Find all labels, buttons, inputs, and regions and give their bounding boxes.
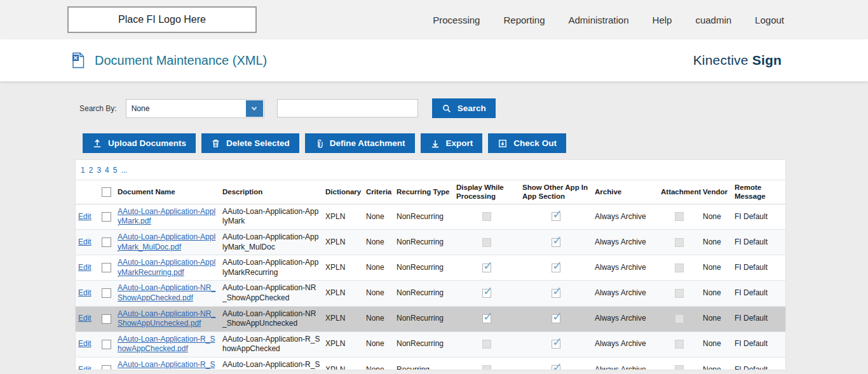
attachment-checkbox-unchecked[interactable] <box>675 264 684 272</box>
attachment-checkbox-unchecked[interactable] <box>675 314 684 323</box>
pagination-page[interactable]: 2 <box>89 166 93 175</box>
display-while-processing-checkbox-unchecked[interactable] <box>482 340 491 349</box>
pagination-page[interactable]: 1 <box>81 166 85 175</box>
select-all-checkbox[interactable] <box>102 187 111 197</box>
show-other-app-checkbox-checked[interactable] <box>552 238 560 247</box>
display-while-processing-checkbox-checked[interactable] <box>482 264 491 272</box>
header-criteria: Criteria <box>363 180 394 204</box>
nav-logout[interactable]: Logout <box>755 15 784 25</box>
nav-reporting[interactable]: Reporting <box>503 15 545 25</box>
attachment-cell <box>658 255 700 280</box>
remote-message-cell: FI Default <box>732 255 780 280</box>
row-checkbox[interactable] <box>102 212 111 222</box>
pagination-page[interactable]: ... <box>121 166 127 175</box>
define-attachment-label: Define Attachment <box>330 138 405 148</box>
archive-cell: Always Archive <box>592 332 658 357</box>
remote-message-cell: FI Default <box>732 230 780 255</box>
document-link[interactable]: AAuto-Loan-Application-R_ShowAppUnchecke… <box>118 360 217 370</box>
archive-cell: Always Archive <box>592 255 658 280</box>
edit-link[interactable]: Edit <box>78 339 92 349</box>
display-while-processing-checkbox-unchecked[interactable] <box>482 365 491 370</box>
recurring-type-cell: NonRecurring <box>394 255 454 280</box>
nav-administration[interactable]: Administration <box>569 15 629 25</box>
search-button-label: Search <box>458 104 486 113</box>
attachment-checkbox-unchecked[interactable] <box>675 212 684 221</box>
attachment-checkbox-unchecked[interactable] <box>675 289 684 298</box>
table-row: EditAAuto-Loan-Application-ApplyMark.pdf… <box>76 204 785 230</box>
attachment-cell <box>658 307 700 331</box>
description-cell: AAuto-Loan-Application-ApplyMark_MulDoc <box>220 230 323 255</box>
document-link[interactable]: AAuto-Loan-Application-ApplyMark_MulDoc.… <box>118 232 217 252</box>
show-other-app-checkbox-checked[interactable] <box>552 340 560 349</box>
page-header: Document Maintenance (XML) Kinective Sig… <box>0 39 868 81</box>
row-checkbox[interactable] <box>102 263 111 272</box>
pagination-page[interactable]: 4 <box>105 166 109 175</box>
edit-link[interactable]: Edit <box>78 212 92 222</box>
display-while-processing-cell <box>454 332 520 357</box>
nav-processing[interactable]: Processing <box>433 15 480 25</box>
fi-logo-text: Place FI Logo Here <box>118 14 206 25</box>
attachment-checkbox-unchecked[interactable] <box>675 238 684 247</box>
edit-link[interactable]: Edit <box>78 288 92 298</box>
show-other-app-cell <box>520 357 592 370</box>
edit-link[interactable]: Edit <box>78 237 92 248</box>
display-while-processing-checkbox-checked[interactable] <box>482 289 491 298</box>
search-by-label: Search By: <box>79 104 117 113</box>
upload-documents-button[interactable]: Upload Documents <box>83 133 196 153</box>
row-checkbox[interactable] <box>102 314 111 324</box>
display-while-processing-checkbox-checked[interactable] <box>482 314 491 323</box>
display-while-processing-checkbox-unchecked[interactable] <box>482 212 491 221</box>
row-checkbox[interactable] <box>102 288 111 298</box>
edit-link[interactable]: Edit <box>78 263 92 273</box>
upload-documents-label: Upload Documents <box>108 138 186 148</box>
show-other-app-checkbox-checked[interactable] <box>552 264 560 272</box>
vendor-cell: None <box>700 281 732 305</box>
nav-help[interactable]: Help <box>653 15 672 25</box>
archive-cell: Always Archive <box>592 281 658 305</box>
document-link[interactable]: AAuto-Loan-Application-ApplyMarkRecurrin… <box>118 258 217 277</box>
export-button[interactable]: Export <box>421 133 483 153</box>
remote-message-cell: FI Default <box>732 307 780 331</box>
document-name-cell: AAuto-Loan-Application-ApplyMark_MulDoc.… <box>115 230 220 255</box>
edit-link[interactable]: Edit <box>78 365 92 370</box>
search-input[interactable] <box>277 99 418 117</box>
pagination-page[interactable]: 3 <box>97 166 101 175</box>
criteria-cell: None <box>363 204 394 229</box>
recurring-type-cell: Recurring <box>394 357 454 370</box>
document-link[interactable]: AAuto-Loan-Application-R_ShowAppChecked.… <box>118 335 217 354</box>
attachment-cell <box>658 204 700 229</box>
row-checkbox[interactable] <box>102 237 111 247</box>
archive-cell: Always Archive <box>592 307 658 331</box>
criteria-cell: None <box>363 255 394 280</box>
vendor-cell: None <box>700 357 732 370</box>
display-while-processing-cell <box>454 281 520 305</box>
delete-selected-button[interactable]: Delete Selected <box>201 133 299 153</box>
download-icon <box>430 138 440 149</box>
nav-username[interactable]: cuadmin <box>695 15 731 25</box>
search-button[interactable]: Search <box>432 98 496 118</box>
show-other-app-checkbox-checked[interactable] <box>552 289 560 298</box>
document-link[interactable]: AAuto-Loan-Application-NR_ShowAppUncheck… <box>118 309 217 329</box>
remote-message-cell: FI Default <box>732 204 780 229</box>
edit-link[interactable]: Edit <box>78 314 92 324</box>
show-other-app-checkbox-checked[interactable] <box>552 212 560 221</box>
document-link[interactable]: AAuto-Loan-Application-NR_ShowAppChecked… <box>118 283 217 303</box>
main-nav: Processing Reporting Administration Help… <box>433 15 784 25</box>
display-while-processing-checkbox-unchecked[interactable] <box>482 238 491 247</box>
search-by-dropdown[interactable]: None <box>126 99 264 118</box>
attachment-checkbox-unchecked[interactable] <box>675 365 684 370</box>
table-row: EditAAuto-Loan-Application-NR_ShowAppUnc… <box>76 307 785 332</box>
row-checkbox[interactable] <box>102 340 111 349</box>
attachment-checkbox-unchecked[interactable] <box>675 340 684 349</box>
show-other-app-checkbox-checked[interactable] <box>552 314 560 323</box>
pagination-page[interactable]: 5 <box>113 166 118 175</box>
edit-cell: Edit <box>76 357 97 370</box>
define-attachment-button[interactable]: Define Attachment <box>305 133 415 153</box>
row-checkbox[interactable] <box>102 365 111 370</box>
recurring-type-cell: NonRecurring <box>394 307 454 331</box>
check-out-button[interactable]: Check Out <box>488 133 566 153</box>
display-while-processing-cell <box>454 307 520 331</box>
show-other-app-checkbox-checked[interactable] <box>552 365 560 370</box>
dropdown-arrow-button[interactable] <box>246 100 263 117</box>
document-link[interactable]: AAuto-Loan-Application-ApplyMark.pdf <box>118 207 217 227</box>
